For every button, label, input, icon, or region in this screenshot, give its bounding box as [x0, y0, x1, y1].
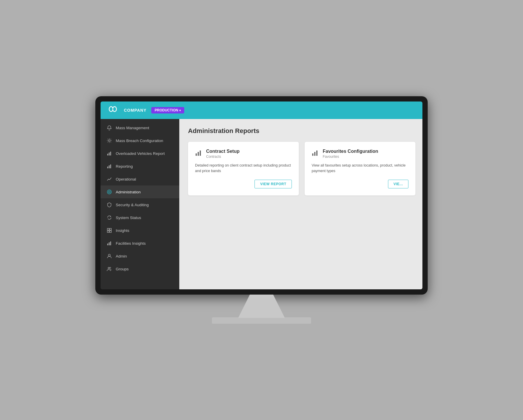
card-title-favourites-configuration: Favourites Configuration: [323, 149, 378, 154]
sidebar-label-administration: Administration: [116, 190, 141, 194]
sidebar-label-mass-breach-config: Mass Breach Configuration: [116, 139, 163, 143]
topbar: COMPANY PRODUCTION ▾: [101, 102, 422, 119]
card-header-contract-setup: Contract Setup Contracts: [195, 149, 292, 159]
svg-rect-17: [107, 244, 108, 245]
persons-icon: [106, 266, 112, 272]
gear-icon: [106, 138, 112, 144]
env-chevron: ▾: [179, 109, 181, 112]
sidebar-label-groups: Groups: [116, 267, 129, 271]
svg-point-2: [110, 107, 113, 111]
sidebar-item-mass-breach-config[interactable]: Mass Breach Configuration: [101, 134, 179, 147]
svg-point-12: [108, 191, 110, 193]
bar-chart-icon-card1: [195, 149, 202, 158]
svg-rect-10: [110, 164, 111, 168]
svg-rect-5: [107, 154, 108, 155]
card-title-group-favourites-configuration: Favourites Configuration Favourites: [323, 149, 378, 159]
sidebar-item-administration[interactable]: Administration: [101, 186, 179, 198]
card-description-favourites-configuration: View all favourites setup across locatio…: [312, 163, 408, 174]
svg-rect-14: [110, 228, 111, 230]
refresh-icon: [106, 215, 112, 220]
monitor-screen: COMPANY PRODUCTION ▾: [95, 96, 428, 295]
sidebar-label-mass-management: Mass Management: [116, 126, 149, 130]
svg-rect-7: [110, 152, 111, 155]
card-title-contract-setup: Contract Setup: [206, 149, 240, 154]
svg-rect-13: [107, 228, 109, 230]
sidebar-label-operational: Operational: [116, 177, 136, 181]
app-logo: [106, 104, 119, 117]
svg-rect-15: [107, 231, 109, 232]
monitor-stand: [232, 295, 291, 318]
svg-rect-26: [312, 153, 313, 156]
person-icon: [106, 253, 112, 259]
svg-point-22: [110, 267, 111, 268]
card-footer-contract-setup: VIEW REPORT: [195, 180, 292, 188]
sidebar-label-system-status: System Status: [116, 216, 141, 220]
sidebar: Mass Management Mass Breach Configuratio…: [101, 119, 179, 289]
svg-point-3: [113, 107, 116, 111]
sidebar-item-system-status[interactable]: System Status: [101, 211, 179, 224]
svg-rect-6: [109, 153, 110, 155]
card-description-contract-setup: Detailed reporting on client contract se…: [195, 163, 292, 174]
sidebar-item-operational[interactable]: Operational: [101, 173, 179, 186]
svg-rect-25: [200, 150, 201, 156]
sidebar-label-overloaded-vehicles-report: Overloaded Vehicles Report: [116, 151, 165, 156]
trend-icon: [106, 176, 112, 182]
company-label: COMPANY: [124, 108, 147, 113]
bar-chart-icon-2: [106, 163, 112, 169]
sidebar-item-insights[interactable]: Insights: [101, 224, 179, 237]
sidebar-item-security-auditing[interactable]: Security & Auditing: [101, 198, 179, 211]
svg-point-20: [108, 254, 110, 256]
card-subtitle-contract-setup: Contracts: [206, 155, 240, 159]
svg-rect-27: [314, 152, 315, 156]
sidebar-label-admin: Admin: [116, 254, 127, 258]
monitor-base: [212, 317, 311, 324]
report-card-contract-setup: Contract Setup Contracts Detailed report…: [188, 142, 299, 195]
bar-chart-icon-card2: [312, 149, 319, 158]
bar-chart-icon-1: [106, 150, 112, 156]
bell-icon: [106, 125, 112, 131]
svg-rect-23: [196, 153, 197, 156]
card-header-favourites-configuration: Favourites Configuration Favourites: [312, 149, 408, 159]
screen-inner: COMPANY PRODUCTION ▾: [101, 102, 422, 289]
gear-circle-icon: [106, 189, 112, 195]
sidebar-label-facilities-insights: Facilities Insights: [116, 241, 146, 246]
svg-rect-16: [110, 231, 111, 232]
grid-icon: [106, 228, 112, 233]
sidebar-item-reporting[interactable]: Reporting: [101, 160, 179, 173]
env-label: PRODUCTION: [155, 108, 178, 112]
page-title: Administration Reports: [188, 127, 414, 135]
svg-rect-24: [198, 152, 199, 156]
card-subtitle-favourites-configuration: Favourites: [323, 155, 378, 159]
env-badge[interactable]: PRODUCTION ▾: [151, 107, 185, 113]
svg-point-11: [107, 190, 111, 194]
report-card-favourites-configuration: Favourites Configuration Favourites View…: [305, 142, 415, 195]
main-layout: Mass Management Mass Breach Configuratio…: [101, 119, 422, 289]
sidebar-item-admin[interactable]: Admin: [101, 250, 179, 262]
svg-rect-19: [110, 242, 111, 245]
sidebar-label-security-auditing: Security & Auditing: [116, 203, 149, 207]
svg-point-21: [108, 267, 110, 269]
sidebar-item-facilities-insights[interactable]: Facilities Insights: [101, 237, 179, 250]
card-footer-favourites-configuration: VIE...: [312, 180, 408, 188]
svg-rect-8: [107, 167, 108, 168]
svg-rect-28: [316, 150, 317, 156]
cards-row: Contract Setup Contracts Detailed report…: [188, 142, 414, 195]
view-report-button-contract-setup[interactable]: VIEW REPORT: [255, 180, 292, 188]
svg-rect-9: [109, 165, 110, 168]
bar-chart-icon-3: [106, 240, 112, 246]
shield-icon: [106, 202, 112, 208]
svg-rect-18: [109, 242, 110, 245]
sidebar-item-groups[interactable]: Groups: [101, 262, 179, 275]
sidebar-label-reporting: Reporting: [116, 164, 133, 169]
view-report-button-favourites-configuration[interactable]: VIE...: [388, 180, 408, 188]
svg-point-4: [108, 140, 110, 141]
sidebar-item-mass-management[interactable]: Mass Management: [101, 121, 179, 134]
content-area: Administration Reports: [179, 119, 422, 289]
sidebar-item-overloaded-vehicles-report[interactable]: Overloaded Vehicles Report: [101, 147, 179, 160]
sidebar-label-insights: Insights: [116, 228, 129, 233]
card-title-group-contract-setup: Contract Setup Contracts: [206, 149, 240, 159]
